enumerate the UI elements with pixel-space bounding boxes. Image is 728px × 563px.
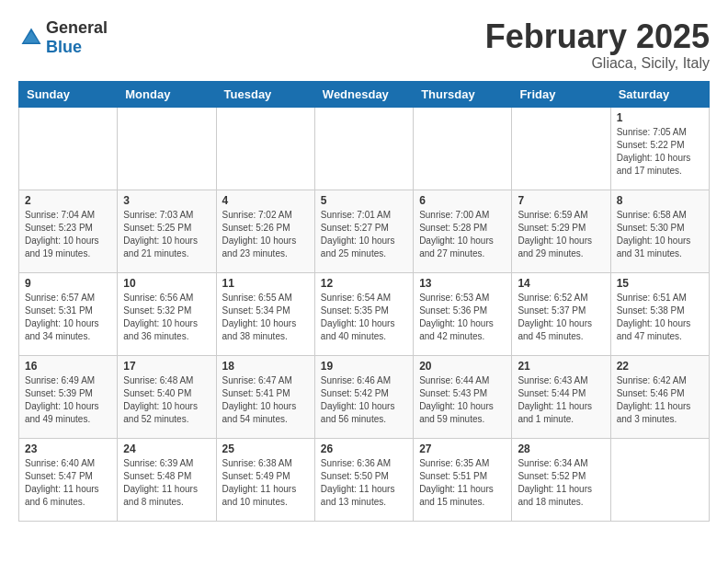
calendar-cell: 7Sunrise: 6:59 AM Sunset: 5:29 PM Daylig… [512, 190, 610, 272]
day-number: 17 [123, 360, 210, 373]
day-info: Sunrise: 6:46 AM Sunset: 5:42 PM Dayligh… [321, 374, 407, 426]
day-number: 3 [123, 194, 210, 207]
day-info: Sunrise: 6:55 AM Sunset: 5:34 PM Dayligh… [222, 292, 309, 343]
day-number: 6 [419, 194, 506, 207]
calendar-cell: 19Sunrise: 6:46 AM Sunset: 5:42 PM Dayli… [314, 355, 413, 438]
day-number: 28 [518, 442, 604, 455]
day-number: 27 [419, 442, 506, 455]
calendar-cell: 12Sunrise: 6:54 AM Sunset: 5:35 PM Dayli… [314, 272, 413, 355]
day-info: Sunrise: 6:56 AM Sunset: 5:32 PM Dayligh… [123, 292, 210, 343]
day-info: Sunrise: 6:54 AM Sunset: 5:35 PM Dayligh… [321, 292, 407, 343]
day-number: 2 [25, 194, 111, 207]
day-info: Sunrise: 6:38 AM Sunset: 5:49 PM Dayligh… [222, 457, 309, 509]
weekday-header-saturday: Saturday [610, 81, 709, 107]
day-number: 15 [617, 277, 703, 290]
day-info: Sunrise: 7:05 AM Sunset: 5:22 PM Dayligh… [617, 126, 703, 178]
day-info: Sunrise: 6:48 AM Sunset: 5:40 PM Dayligh… [123, 374, 210, 426]
calendar-cell: 28Sunrise: 6:34 AM Sunset: 5:52 PM Dayli… [512, 438, 610, 521]
weekday-header-tuesday: Tuesday [216, 81, 314, 107]
day-number: 9 [25, 277, 111, 290]
calendar-cell: 8Sunrise: 6:58 AM Sunset: 5:30 PM Daylig… [610, 190, 709, 272]
logo-blue: Blue [46, 38, 82, 56]
calendar-cell: 23Sunrise: 6:40 AM Sunset: 5:47 PM Dayli… [19, 438, 118, 521]
day-number: 12 [321, 277, 407, 290]
day-info: Sunrise: 6:52 AM Sunset: 5:37 PM Dayligh… [518, 292, 604, 343]
calendar-week-row: 1Sunrise: 7:05 AM Sunset: 5:22 PM Daylig… [19, 107, 710, 190]
weekday-header-wednesday: Wednesday [314, 81, 413, 107]
calendar-cell [314, 107, 413, 190]
location-title: Gliaca, Sicily, Italy [485, 55, 710, 72]
calendar-week-row: 16Sunrise: 6:49 AM Sunset: 5:39 PM Dayli… [19, 355, 710, 438]
calendar-cell: 26Sunrise: 6:36 AM Sunset: 5:50 PM Dayli… [314, 438, 413, 521]
day-info: Sunrise: 6:53 AM Sunset: 5:36 PM Dayligh… [419, 292, 506, 343]
day-info: Sunrise: 6:39 AM Sunset: 5:48 PM Dayligh… [123, 457, 210, 509]
calendar-cell: 5Sunrise: 7:01 AM Sunset: 5:27 PM Daylig… [314, 190, 413, 272]
calendar-cell [512, 107, 610, 190]
calendar-cell: 22Sunrise: 6:42 AM Sunset: 5:46 PM Dayli… [610, 355, 709, 438]
day-info: Sunrise: 6:43 AM Sunset: 5:44 PM Dayligh… [518, 374, 604, 426]
calendar-cell: 11Sunrise: 6:55 AM Sunset: 5:34 PM Dayli… [216, 272, 314, 355]
calendar-cell: 25Sunrise: 6:38 AM Sunset: 5:49 PM Dayli… [216, 438, 314, 521]
calendar-cell: 4Sunrise: 7:02 AM Sunset: 5:26 PM Daylig… [216, 190, 314, 272]
day-number: 8 [617, 194, 703, 207]
day-number: 23 [25, 442, 111, 455]
day-number: 10 [123, 277, 210, 290]
day-info: Sunrise: 6:57 AM Sunset: 5:31 PM Dayligh… [25, 292, 111, 343]
day-number: 1 [617, 111, 703, 124]
calendar-cell: 6Sunrise: 7:00 AM Sunset: 5:28 PM Daylig… [414, 190, 512, 272]
calendar-cell: 16Sunrise: 6:49 AM Sunset: 5:39 PM Dayli… [19, 355, 118, 438]
calendar-cell [118, 107, 216, 190]
day-number: 24 [123, 442, 210, 455]
day-number: 20 [419, 360, 506, 373]
day-number: 18 [222, 360, 309, 373]
calendar-cell: 20Sunrise: 6:44 AM Sunset: 5:43 PM Dayli… [414, 355, 512, 438]
day-number: 14 [518, 277, 604, 290]
day-info: Sunrise: 6:42 AM Sunset: 5:46 PM Dayligh… [617, 374, 703, 426]
calendar-cell: 18Sunrise: 6:47 AM Sunset: 5:41 PM Dayli… [216, 355, 314, 438]
weekday-header-row: SundayMondayTuesdayWednesdayThursdayFrid… [19, 81, 710, 107]
calendar-cell: 9Sunrise: 6:57 AM Sunset: 5:31 PM Daylig… [19, 272, 118, 355]
day-info: Sunrise: 7:02 AM Sunset: 5:26 PM Dayligh… [222, 209, 309, 260]
day-info: Sunrise: 6:49 AM Sunset: 5:39 PM Dayligh… [25, 374, 111, 426]
day-info: Sunrise: 7:04 AM Sunset: 5:23 PM Dayligh… [25, 209, 111, 260]
calendar-cell: 15Sunrise: 6:51 AM Sunset: 5:38 PM Dayli… [610, 272, 709, 355]
day-number: 5 [321, 194, 407, 207]
day-number: 11 [222, 277, 309, 290]
calendar-cell: 24Sunrise: 6:39 AM Sunset: 5:48 PM Dayli… [118, 438, 216, 521]
day-number: 26 [321, 442, 407, 455]
calendar-cell [610, 438, 709, 521]
day-info: Sunrise: 6:34 AM Sunset: 5:52 PM Dayligh… [518, 457, 604, 509]
calendar-cell [216, 107, 314, 190]
day-number: 7 [518, 194, 604, 207]
logo-icon [18, 25, 44, 51]
day-info: Sunrise: 6:36 AM Sunset: 5:50 PM Dayligh… [321, 457, 407, 509]
day-info: Sunrise: 6:35 AM Sunset: 5:51 PM Dayligh… [419, 457, 506, 509]
calendar-cell: 27Sunrise: 6:35 AM Sunset: 5:51 PM Dayli… [414, 438, 512, 521]
calendar-cell: 3Sunrise: 7:03 AM Sunset: 5:25 PM Daylig… [118, 190, 216, 272]
calendar-cell: 13Sunrise: 6:53 AM Sunset: 5:36 PM Dayli… [414, 272, 512, 355]
weekday-header-friday: Friday [512, 81, 610, 107]
logo-general: General [46, 18, 108, 37]
day-number: 13 [419, 277, 506, 290]
day-info: Sunrise: 6:51 AM Sunset: 5:38 PM Dayligh… [617, 292, 703, 343]
day-info: Sunrise: 7:03 AM Sunset: 5:25 PM Dayligh… [123, 209, 210, 260]
calendar-cell [414, 107, 512, 190]
logo: General Blue [18, 18, 108, 57]
month-title: February 2025 [485, 18, 710, 55]
calendar-cell [19, 107, 118, 190]
day-number: 16 [25, 360, 111, 373]
day-number: 25 [222, 442, 309, 455]
day-info: Sunrise: 6:40 AM Sunset: 5:47 PM Dayligh… [25, 457, 111, 509]
calendar-week-row: 2Sunrise: 7:04 AM Sunset: 5:23 PM Daylig… [19, 190, 710, 272]
day-number: 19 [321, 360, 407, 373]
day-number: 21 [518, 360, 604, 373]
weekday-header-sunday: Sunday [19, 81, 118, 107]
calendar-cell: 17Sunrise: 6:48 AM Sunset: 5:40 PM Dayli… [118, 355, 216, 438]
day-info: Sunrise: 6:59 AM Sunset: 5:29 PM Dayligh… [518, 209, 604, 260]
day-number: 22 [617, 360, 703, 373]
calendar-cell: 1Sunrise: 7:05 AM Sunset: 5:22 PM Daylig… [610, 107, 709, 190]
day-info: Sunrise: 7:01 AM Sunset: 5:27 PM Dayligh… [321, 209, 407, 260]
day-info: Sunrise: 6:47 AM Sunset: 5:41 PM Dayligh… [222, 374, 309, 426]
title-section: February 2025 Gliaca, Sicily, Italy [485, 18, 710, 72]
day-info: Sunrise: 6:58 AM Sunset: 5:30 PM Dayligh… [617, 209, 703, 260]
